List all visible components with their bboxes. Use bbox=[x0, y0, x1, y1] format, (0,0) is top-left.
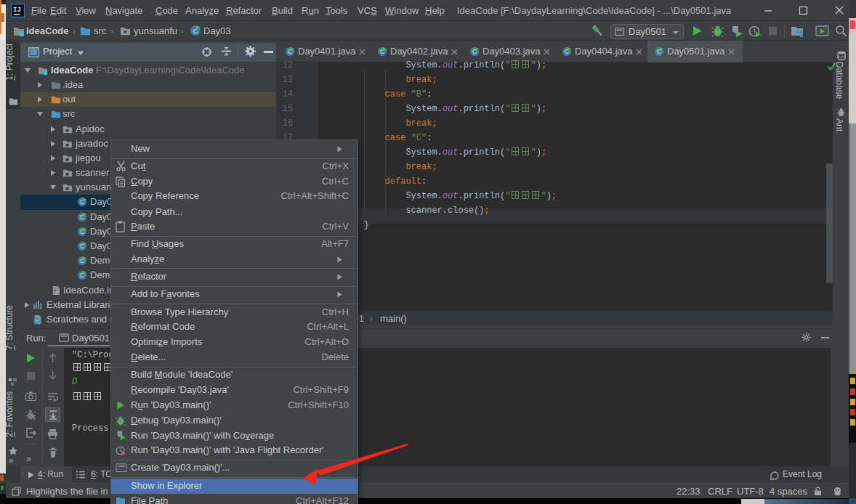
svg-text:IJ: IJ bbox=[13, 7, 21, 14]
